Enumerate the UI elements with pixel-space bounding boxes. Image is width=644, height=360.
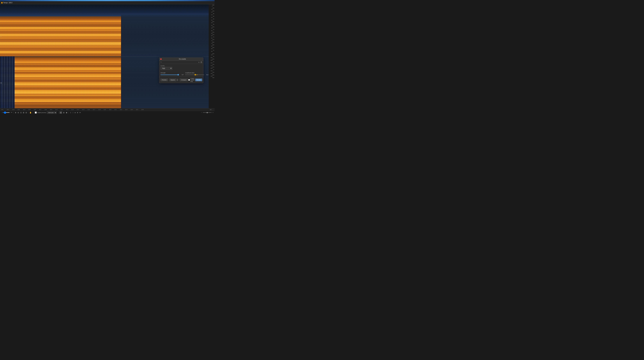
time-126: 12.6 [141,109,144,110]
freq-30: 30 [211,20,212,21]
decrackle-title: De-crackle [162,58,202,60]
waveform-toolbar-icon[interactable]: 〜 [10,111,13,114]
preview-button[interactable]: Preview [160,79,168,81]
frequency-scale: 20k 5 15k 10 10k 15 8k 20 6k 25 5k 30 3.… [209,5,214,108]
time-120: 12.0 [109,109,112,110]
zoom-fit-button[interactable]: ⊡ [20,112,22,114]
freq-500: 500 [212,42,214,43]
channel-l-spectrogram [0,5,209,56]
separator-3 [33,112,33,114]
quality-dropdown[interactable]: High Low Medium [160,67,172,70]
hand-tool-button[interactable]: ✋ [29,112,32,114]
time-unit: sec [210,109,212,110]
time-104: 10.4 [23,109,25,110]
freq-5k: 5k [213,18,214,20]
time-116: 11.6 [88,109,90,110]
freq-75: 75 [211,43,212,44]
freq-r-100: 100 [212,77,214,78]
strength-slider[interactable] [160,75,180,75]
freq-r-3k: 3k [213,56,214,57]
view-combined-button[interactable]: ▣ [66,112,68,114]
time-117: 11.7 [93,109,95,110]
scroll-slider[interactable] [2,112,10,113]
time-115: 11.5 [82,109,84,110]
freq-r-300: 300 [212,74,214,76]
attenuate-dropdown[interactable]: Attenuate [47,111,57,114]
freq-125: 125 [210,70,212,72]
freq-25: 25 [211,17,212,18]
freq-70: 70 [211,40,212,42]
spectrogram-display[interactable] [0,5,209,108]
time-118: 11.8 [98,109,101,110]
zoom-selection-button[interactable]: ⊞ [22,112,24,114]
time-102: 10.2 [12,109,14,110]
time-124: 12.4 [130,109,133,110]
top-waveform-bar [0,0,214,1]
zoom-out-button[interactable]: ⊖ [17,112,19,114]
freq-15: 15 [211,12,212,13]
decrackle-help-icon[interactable]: ? [200,61,202,63]
pencil-tool-button[interactable]: ✏ [79,112,81,114]
zoom-level-slider[interactable] [203,112,212,113]
freq-105: 105 [210,60,212,61]
time-112: 11.2 [66,109,68,110]
select-tool-button[interactable]: ⊹ [70,112,72,114]
amplitude-skew-label: Amplitude skew [185,72,208,74]
tempo-dot-icon [1,2,3,4]
separator-5 [68,112,69,114]
freq-100: 100 [210,57,212,58]
scroll-indicator: ≈ [1,112,2,113]
freq-135: 135 [210,76,212,77]
time-113: 11.3 [71,109,74,110]
instant-process-label: Instant process [37,112,46,113]
output-crackle-checkbox[interactable] [188,79,190,81]
freq-hz: hz [213,50,214,51]
instant-process-area: Instant process Attenuate [35,111,57,114]
waveform-overview[interactable] [0,0,214,1]
zoom-in-button[interactable]: ⊕ [14,112,17,114]
freq-65: 65 [211,38,212,39]
render-button[interactable]: Render [195,79,202,81]
plus-button[interactable]: + [177,79,178,81]
quality-label: Quality [160,65,202,67]
harmonics-tool-button[interactable]: ≋ [76,112,78,114]
time-121: 12.1 [114,109,117,110]
view-spectrogram-button[interactable]: ▤ [60,111,62,114]
time-114: 11.4 [77,109,79,110]
decrackle-menu-icon[interactable]: ≡ [198,61,200,63]
brush-tool-button[interactable]: ♦ [74,112,76,114]
time-110: 11.0 [55,109,58,110]
amplitude-skew-slider[interactable] [185,75,204,75]
zoom-in-small[interactable]: + [212,112,214,113]
time-119: 11.9 [104,109,106,110]
zoom-controls: − + [201,112,214,113]
freq-r-1k: 1k [213,69,214,70]
zoom-out-small[interactable]: − [201,112,202,113]
freq-8k: 8k [213,13,214,14]
lasso-tool-button[interactable]: ○ [72,112,74,114]
compare-button[interactable]: Compare [180,79,188,81]
freq-85: 85 [211,48,212,49]
freq-3k: 3k [213,24,214,25]
time-125: 12.5 [136,109,138,110]
freq-40: 40 [211,25,212,26]
time-106: 10.6 [34,109,36,110]
time-105: 10.5 [28,109,31,110]
strength-label: Strength [160,72,184,74]
time-103: 10.3 [18,109,20,110]
separator-4 [58,112,59,114]
freq-2k: 2k [213,29,214,30]
decrackle-close-button[interactable] [160,58,162,60]
instant-process-checkbox[interactable] [35,112,37,114]
channel-l-label: L [0,36,2,37]
freq-110: 110 [210,62,212,64]
freq-80: 80 [211,45,212,47]
decrackle-buttons: Preview Bypass + Compare Output crackle … [159,77,203,83]
zoom-reset-button[interactable]: ⊟ [25,112,27,114]
bypass-button[interactable]: Bypass [169,79,176,81]
decrackle-panel: De-crackle 〜 ≡ ? Quality High Low Medium… [159,58,203,83]
freq-20k: 20k [212,5,214,6]
view-waveform-button[interactable]: ▥ [63,112,65,114]
time-101: 10.1 [7,109,9,110]
freq-45: 45 [211,28,212,29]
